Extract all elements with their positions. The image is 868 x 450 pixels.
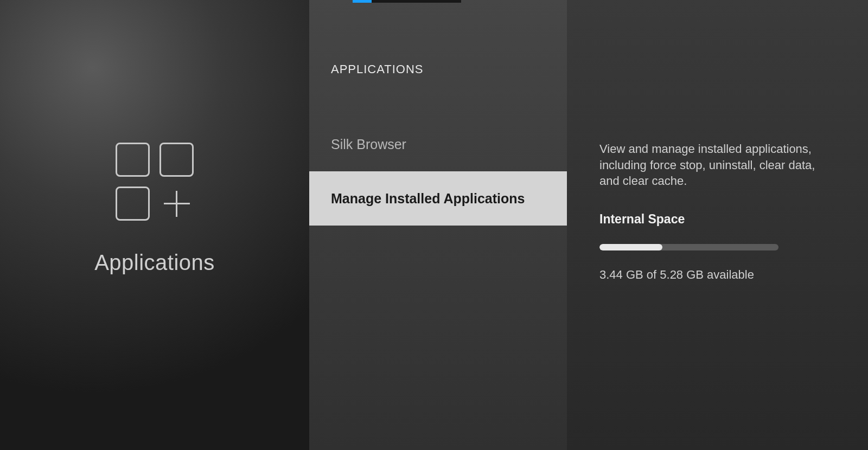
menu-panel: APPLICATIONS Silk Browser Manage Install… (309, 0, 567, 450)
category-panel: Applications (0, 0, 309, 450)
detail-panel: View and manage installed applications, … (567, 0, 868, 450)
tab-indicator (353, 0, 461, 3)
menu-list: Silk Browser Manage Installed Applicatio… (309, 117, 567, 226)
storage-progress-bar (599, 244, 778, 250)
plus-icon (159, 187, 194, 221)
menu-item-label: Manage Installed Applications (331, 191, 525, 207)
app-square-icon (159, 143, 194, 177)
storage-heading: Internal Space (599, 212, 835, 227)
category-title: Applications (94, 250, 215, 275)
section-header: APPLICATIONS (309, 0, 567, 76)
app-square-icon (116, 187, 150, 221)
menu-item-label: Silk Browser (331, 137, 406, 152)
storage-available-text: 3.44 GB of 5.28 GB available (599, 268, 835, 282)
menu-item-silk-browser[interactable]: Silk Browser (309, 117, 567, 171)
app-square-icon (116, 143, 150, 177)
storage-progress-fill (599, 244, 662, 250)
applications-icon (116, 143, 194, 221)
detail-description: View and manage installed applications, … (599, 141, 835, 189)
menu-item-manage-installed[interactable]: Manage Installed Applications (309, 171, 567, 226)
